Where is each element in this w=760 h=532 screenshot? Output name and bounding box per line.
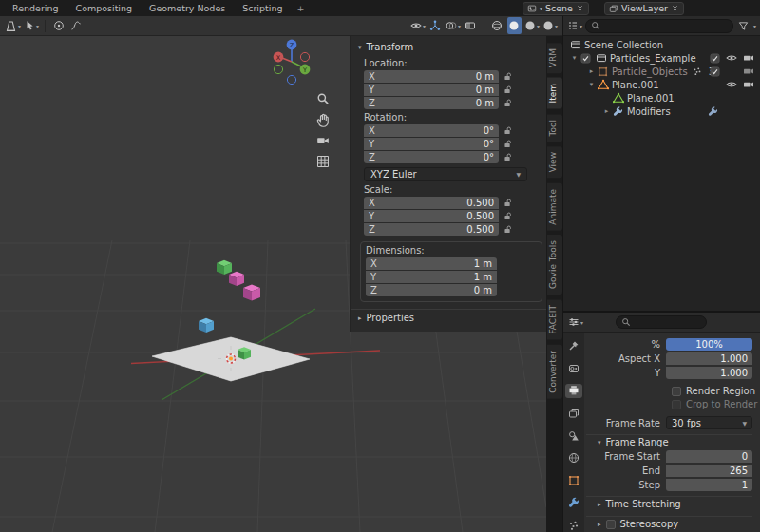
- aspect-x-field[interactable]: 1.000: [666, 352, 752, 365]
- shading-solid-button[interactable]: [507, 17, 522, 34]
- location-z-lock-button[interactable]: [504, 99, 512, 108]
- stereoscopy-section-header[interactable]: ▸ Stereoscopy: [586, 516, 752, 531]
- frame-end-field[interactable]: 265: [666, 465, 752, 477]
- outliner-editor-type-button[interactable]: ▾: [567, 17, 582, 34]
- frame-rate-dropdown[interactable]: 30 fps▼: [666, 416, 752, 429]
- rotation-z-field[interactable]: Z0°: [364, 151, 499, 163]
- object-visibility-dropdown[interactable]: ▾: [410, 17, 426, 34]
- properties-editor-type-button[interactable]: ▾: [568, 314, 583, 331]
- modifier-toggle-icon[interactable]: [708, 106, 718, 117]
- dimensions-x-field[interactable]: X1 m: [366, 257, 497, 270]
- sidebar-tab-animate[interactable]: Animate: [547, 183, 562, 231]
- outliner-search-input[interactable]: [585, 19, 733, 33]
- sidebar-tab-view[interactable]: View: [547, 146, 562, 178]
- viewlayer-remove-icon[interactable]: [671, 4, 679, 12]
- tab-object-properties[interactable]: [565, 473, 582, 487]
- frame-step-field[interactable]: 1: [666, 479, 752, 491]
- transform-panel-header[interactable]: ▾ Transform: [351, 39, 546, 55]
- collection-checkbox[interactable]: [580, 53, 592, 64]
- location-y-lock-button[interactable]: [504, 86, 512, 95]
- outliner-row-particles-example[interactable]: ▾ Particles_Example: [563, 51, 760, 65]
- outliner-row-modifiers[interactable]: ▸ Modifiers: [563, 104, 760, 118]
- workspace-tab-compositing[interactable]: Compositing: [67, 0, 142, 16]
- show-gizmos-toggle[interactable]: [428, 17, 443, 34]
- rotation-z-lock-button[interactable]: [504, 153, 512, 162]
- viewlayer-selector[interactable]: ViewLayer: [604, 2, 684, 15]
- disable-render-camera-icon[interactable]: [743, 52, 754, 64]
- disable-render-camera-icon[interactable]: [743, 79, 754, 90]
- collapsed-caret-icon[interactable]: ▸: [601, 107, 612, 115]
- proportional-editing-button[interactable]: [51, 17, 66, 34]
- scene-unlink-icon[interactable]: [576, 4, 584, 12]
- workspace-tab-geometry-nodes[interactable]: Geometry Nodes: [141, 0, 234, 16]
- disable-render-camera-icon[interactable]: [743, 66, 754, 77]
- tab-tool-properties[interactable]: [565, 339, 582, 353]
- scale-x-lock-button[interactable]: [504, 199, 512, 208]
- 3d-viewport[interactable]: Z X Y ▾ Transfo: [0, 36, 546, 532]
- frame-start-field[interactable]: 0: [666, 450, 752, 463]
- zoom-button[interactable]: [314, 91, 332, 106]
- properties-subpanel-header[interactable]: ▸ Properties: [351, 309, 546, 326]
- tab-output-properties[interactable]: [565, 384, 582, 398]
- shading-rendered-button[interactable]: ▾: [542, 17, 558, 34]
- sidebar-tab-govie-tools[interactable]: Govie Tools: [547, 235, 562, 294]
- dimensions-y-field[interactable]: Y1 m: [366, 271, 497, 283]
- sidebar-tab-tool[interactable]: Tool: [547, 114, 562, 142]
- navigation-gizmo[interactable]: Z X Y: [268, 37, 315, 86]
- sidebar-tab-faceit[interactable]: FACEIT: [547, 299, 562, 339]
- tab-world-properties[interactable]: [565, 451, 582, 466]
- exclude-checkbox[interactable]: [710, 53, 720, 64]
- scene-selector[interactable]: ▾ Scene: [522, 2, 589, 15]
- render-region-checkbox[interactable]: [672, 387, 681, 396]
- shading-material-button[interactable]: ▾: [524, 17, 540, 34]
- rotation-y-field[interactable]: Y0°: [364, 138, 499, 150]
- tab-particle-properties[interactable]: [565, 519, 582, 532]
- location-z-field[interactable]: Z0 m: [364, 97, 499, 109]
- sidebar-tab-vrm[interactable]: VRM: [547, 43, 562, 73]
- scale-z-lock-button[interactable]: [504, 225, 512, 235]
- pan-hand-button[interactable]: [314, 112, 332, 127]
- aspect-y-field[interactable]: 1.000: [666, 367, 752, 379]
- stereoscopy-checkbox[interactable]: [606, 520, 616, 529]
- sidebar-tab-converter[interactable]: Converter: [547, 345, 562, 399]
- scale-y-lock-button[interactable]: [504, 212, 512, 221]
- location-x-field[interactable]: X0 m: [364, 70, 499, 83]
- frame-range-section-header[interactable]: ▾ Frame Range: [586, 434, 752, 449]
- rotation-x-lock-button[interactable]: [504, 126, 512, 136]
- time-stretching-section-header[interactable]: ▸ Time Stretching: [586, 496, 752, 511]
- camera-view-button[interactable]: [314, 133, 332, 148]
- tab-scene-properties[interactable]: [565, 428, 582, 443]
- mode-dropdown[interactable]: ▾: [24, 17, 39, 34]
- shading-wireframe-button[interactable]: [490, 17, 504, 34]
- outliner-row-plane-object[interactable]: ▾ Plane.001: [563, 78, 760, 91]
- rotation-mode-dropdown[interactable]: XYZ Euler▼: [364, 167, 527, 181]
- collapsed-caret-icon[interactable]: ▸: [586, 67, 597, 75]
- scale-z-field[interactable]: Z0.500: [364, 223, 499, 236]
- hide-eye-icon[interactable]: [726, 52, 737, 64]
- resolution-percentage-slider[interactable]: 100%: [666, 338, 752, 351]
- falloff-curve-button[interactable]: [68, 17, 83, 34]
- tab-modifier-properties[interactable]: [565, 496, 582, 510]
- xray-toggle[interactable]: [464, 17, 478, 34]
- dimensions-z-field[interactable]: Z0 m: [366, 284, 497, 296]
- outliner-row-scene-collection[interactable]: Scene Collection: [563, 38, 760, 51]
- tab-render-properties[interactable]: [565, 362, 582, 376]
- add-workspace-button[interactable]: +: [291, 0, 310, 16]
- crop-to-render-region-checkbox[interactable]: [672, 400, 681, 409]
- rotation-y-lock-button[interactable]: [504, 140, 512, 149]
- outliner-filter-caret-icon[interactable]: ▾: [753, 23, 756, 29]
- editor-type-button[interactable]: ▾: [5, 17, 21, 34]
- overlays-dropdown[interactable]: ▾: [446, 17, 461, 34]
- location-x-lock-button[interactable]: [504, 72, 512, 82]
- exclude-checkbox[interactable]: [710, 66, 720, 77]
- scale-y-field[interactable]: Y0.500: [364, 210, 499, 222]
- workspace-tab-rendering[interactable]: Rendering: [4, 0, 67, 16]
- workspace-tab-scripting[interactable]: Scripting: [234, 0, 291, 16]
- outliner-row-particle-objects[interactable]: ▸ Particle_Objects 3: [563, 65, 760, 78]
- location-y-field[interactable]: Y0 m: [364, 84, 499, 96]
- sidebar-tab-item[interactable]: Item: [547, 78, 562, 109]
- orthographic-toggle-button[interactable]: [314, 154, 332, 169]
- expand-caret-icon[interactable]: ▾: [569, 54, 580, 62]
- expand-caret-icon[interactable]: ▾: [586, 81, 597, 88]
- hide-eye-icon[interactable]: [726, 79, 737, 90]
